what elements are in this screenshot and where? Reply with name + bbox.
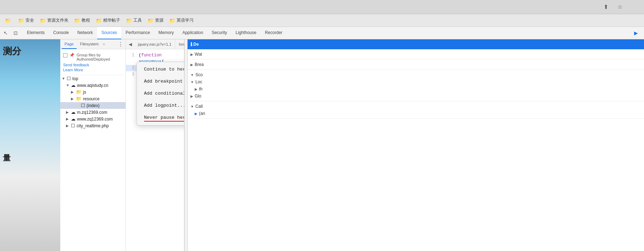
context-menu-add-cond-bp[interactable]: Add conditional breakpoint... — [137, 88, 184, 100]
bookmark-resource-label: 资源文件夹 — [47, 17, 68, 23]
tab-recorder[interactable]: Recorder — [261, 27, 287, 39]
source-tab-prev[interactable]: ◀ — [126, 42, 134, 47]
tree-item-resource[interactable]: ▶ 📁 resource — [60, 95, 126, 102]
tab-network[interactable]: Network — [73, 27, 97, 39]
source-tab-jquery-label: jquery.min.js?v=1.1 — [138, 42, 171, 46]
bookmark-item[interactable]: 📁 — [3, 17, 15, 24]
tab-security[interactable]: Security — [207, 27, 231, 39]
tab-application[interactable]: Application — [178, 27, 207, 39]
tree-item-aqistudy[interactable]: ▼ ☁ www.aqistudy.cn — [60, 82, 126, 89]
group-files-checkbox[interactable] — [63, 53, 67, 57]
tab-performance[interactable]: Performance — [121, 27, 154, 39]
nav-more-button[interactable]: ⋮ — [117, 41, 124, 48]
tree-item-city[interactable]: ▶ ☐ city_realtime.php — [60, 122, 126, 129]
group-files-section: 📌 Group files byAuthored/Deployed Send f… — [60, 51, 126, 75]
context-menu-add-logpoint[interactable]: Add logpoint... — [137, 100, 184, 112]
bookmark-tutorial-label: 教程 — [82, 17, 90, 23]
debug-play[interactable]: ▶ — [632, 29, 640, 37]
bookmark-tools-label: 工具 — [133, 17, 142, 23]
context-menu-continue[interactable]: Continue to here — [137, 63, 184, 76]
bookmark-tutorial[interactable]: 📁 教程 — [72, 17, 92, 24]
stop-icon[interactable] — [630, 3, 638, 11]
source-code-content: 1 (function anonymous( 2 ) { 3 { — [126, 49, 184, 251]
group-files-label: 📌 Group files byAuthored/Deployed — [63, 53, 123, 61]
tree-item-js[interactable]: ▶ 📁 js — [60, 89, 126, 95]
cursor-tool[interactable]: ↖ — [1, 29, 10, 37]
tree-label-city: city_realtime.php — [77, 123, 109, 128]
source-tab-hm[interactable]: hm.js?6088e7f72...d4bafe03026db8 — [175, 39, 184, 49]
browser-top-bar: ⬆ ☆ — [0, 0, 644, 14]
source-tab-hm-label: hm.js?6088e7f72...d4bafe03026db8 — [179, 42, 184, 46]
tab-page[interactable]: Page — [62, 40, 77, 49]
tab-lighthouse[interactable]: Lighthouse — [231, 27, 261, 39]
watch-arrow: ▶ — [190, 52, 193, 56]
source-area: ◀ jquery.min.js?v=1.1 hm.js?6088e7f72...… — [126, 39, 184, 251]
devtools-tab-bar: ↖ ⊡ Elements Console Network Sources Per… — [0, 27, 644, 39]
tree-item-www-zq[interactable]: ▶ ☁ www.zq12369.com — [60, 116, 126, 122]
scope-arrow: ▼ — [190, 73, 194, 77]
tree-label-top: top — [72, 76, 78, 81]
tree-arrow-top: ▼ — [62, 77, 67, 80]
section-watch-header[interactable]: ▶ Wat — [190, 51, 641, 58]
section-th-header[interactable]: ▶ th — [190, 85, 641, 93]
tree-item-top[interactable]: ▼ ☐ top — [60, 75, 126, 82]
tab-console[interactable]: Console — [49, 27, 73, 39]
left-panel: 测分 量 Page Filesystem » ⋮ 📌 — [0, 39, 184, 251]
tree-arrow-resource: ▶ — [71, 97, 76, 101]
local-arrow: ▼ — [190, 80, 194, 84]
section-anon-header[interactable]: ▶ (an — [190, 110, 641, 117]
more-tabs-icon[interactable]: » — [103, 42, 105, 46]
bookmark-res2[interactable]: 📁 资源 — [145, 17, 166, 24]
info-icon: ℹ — [190, 41, 192, 47]
scope-label: Sco — [195, 72, 203, 77]
tab-elements[interactable]: Elements — [23, 27, 49, 39]
group-files-text: Group files byAuthored/Deployed — [77, 53, 110, 61]
source-tab-jquery[interactable]: jquery.min.js?v=1.1 — [134, 39, 175, 49]
th-label: th — [199, 87, 202, 91]
source-tabs: ◀ jquery.min.js?v=1.1 hm.js?6088e7f72...… — [126, 39, 184, 49]
page-bg-text2: 量 — [3, 153, 11, 163]
bookmark-english[interactable]: 📁 英语学习 — [167, 17, 196, 24]
bookmark-an[interactable]: 📁 安全 — [16, 17, 36, 24]
section-global-header[interactable]: ▶ Glo — [190, 93, 641, 100]
call-arrow: ▼ — [190, 105, 194, 108]
section-breakpoints-header[interactable]: ▶ Brea — [190, 61, 641, 68]
device-toggle[interactable]: ⊡ — [11, 29, 20, 37]
watch-label: Wat — [195, 52, 202, 57]
section-call-header[interactable]: ▼ Call — [190, 103, 641, 110]
learn-more-link[interactable]: Learn More — [63, 68, 123, 72]
local-label: Loc — [195, 79, 202, 84]
line-num-2: 2 — [126, 65, 137, 71]
tree-item-m-zq[interactable]: ▶ ☁ m.zq12369.com — [60, 109, 126, 116]
never-pause-label: Never pause here — [144, 115, 184, 120]
tab-memory[interactable]: Memory — [154, 27, 178, 39]
send-feedback-link[interactable]: Send feedback — [63, 63, 123, 67]
share-icon[interactable]: ⬆ — [601, 3, 610, 11]
tree-arrow-aqistudy: ▼ — [66, 83, 71, 87]
context-menu-never-pause[interactable]: Never pause here — [137, 112, 184, 124]
context-menu-add-bp[interactable]: Add breakpoint — [137, 76, 184, 88]
tree-item-index[interactable]: ☐ (index) — [60, 102, 126, 109]
bookmark-tools[interactable]: 📁 工具 — [124, 17, 144, 24]
tab-sources[interactable]: Sources — [97, 27, 121, 39]
section-local-header[interactable]: ▼ Loc — [190, 78, 641, 85]
tree-label-resource: resource — [83, 96, 100, 101]
star-icon[interactable]: ☆ — [616, 3, 624, 11]
file-icon-index: ☐ — [81, 103, 85, 108]
section-scope-header[interactable]: ▼ Sco — [190, 71, 641, 78]
tree-arrow-city: ▶ — [66, 124, 71, 128]
file-navigator: Page Filesystem » ⋮ 📌 Group files byAuth… — [60, 39, 126, 251]
line-num-3: 3 — [126, 71, 137, 78]
folder-icon: 📁 — [5, 18, 11, 23]
devtools-container: ↖ ⊡ Elements Console Network Sources Per… — [0, 27, 644, 251]
bookmark-resource[interactable]: 📁 资源文件夹 — [38, 17, 71, 24]
anon-label: (an — [199, 111, 205, 116]
section-scope: ▼ Sco ▼ Loc ▶ th ▶ Glo — [188, 70, 644, 101]
bookmark-posts[interactable]: 📁 精华帖子 — [94, 17, 122, 24]
folder-icon-js: 📁 — [76, 89, 82, 95]
tab-filesystem[interactable]: Filesystem — [77, 40, 102, 49]
bp-arrow: ▶ — [190, 63, 193, 67]
tree-label-m-zq: m.zq12369.com — [77, 110, 107, 115]
folder-icon-an: 📁 — [18, 18, 24, 23]
th-arrow: ▶ — [195, 87, 198, 91]
